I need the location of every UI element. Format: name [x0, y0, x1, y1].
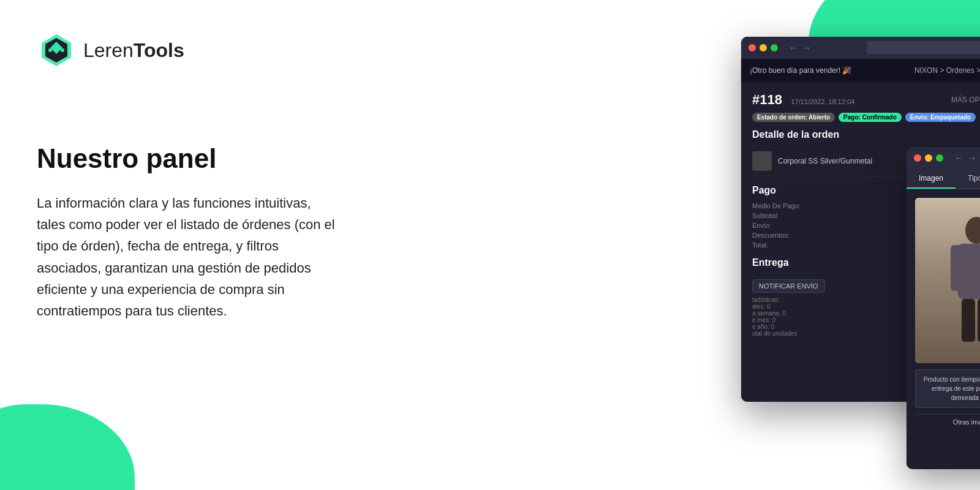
titlebar-dot-yellow[interactable]: [760, 44, 767, 51]
product-image-container: 10 días de demo...: [915, 198, 980, 363]
product-description-box: Producto con tiempo de fabricación. La e…: [915, 369, 980, 408]
browser-main-titlebar: ← → 🔍: [741, 37, 980, 59]
order-detail-title: Detalle de la orden: [752, 129, 980, 140]
app-topbar: ¡Otro buen día para vender! 🎉 NIXON > Or…: [741, 59, 980, 82]
notify-delivery-button[interactable]: NOTIFICAR ENVÍO: [752, 279, 825, 293]
browser-product-content: Imagen Tipo Tipo Con tiempo d...: [907, 169, 980, 469]
nav-back-arrow[interactable]: ←: [789, 43, 797, 53]
product-titlebar-dot-yellow[interactable]: [925, 154, 932, 162]
badge-estado: Estado de orden: Abierto: [752, 113, 835, 122]
logo-text: LerenTools: [83, 39, 184, 62]
browser-nav: ← →: [789, 43, 811, 53]
svg-point-3: [61, 48, 64, 52]
order-more-options[interactable]: MÁS OPCIONES ⋮: [951, 96, 980, 104]
logo-name-part1: Leren: [83, 39, 134, 61]
badge-envio: Envío: Empaquetado: [905, 113, 976, 122]
product-silhouette: [940, 213, 980, 348]
titlebar-dot-green[interactable]: [771, 44, 778, 51]
svg-point-4: [965, 217, 980, 244]
product-thumbnail: [752, 151, 772, 171]
order-number: #118: [752, 92, 782, 107]
payment-label-total: Total:: [752, 241, 768, 249]
badge-pago: Pago: Confirmado: [839, 113, 902, 122]
svg-rect-8: [962, 299, 975, 342]
svg-point-2: [48, 48, 52, 52]
order-number-row: #118 17/11/2022, 18:12:04 MÁS OPCIONES ⋮: [752, 92, 980, 108]
order-badges: Estado de orden: Abierto Pago: Confirmad…: [752, 113, 980, 122]
tab-tipo[interactable]: Tipo: [956, 169, 980, 189]
other-images-label: Otras imagenes: [915, 414, 980, 429]
address-bar[interactable]: [867, 41, 980, 55]
hero-description: La información clara y las funciones int…: [37, 192, 343, 322]
hero-heading: Nuestro panel: [37, 143, 343, 174]
product-browser-nav: ← →: [954, 153, 976, 163]
product-titlebar-dot-red[interactable]: [914, 154, 921, 162]
product-image-column: 10 días de demo... Producto con tiempo d…: [907, 189, 980, 469]
payment-label-descuentos: Descuentos:: [752, 232, 790, 239]
svg-rect-6: [951, 245, 962, 291]
order-date: 17/11/2022, 18:12:04: [791, 98, 854, 105]
tab-imagen[interactable]: Imagen: [907, 169, 956, 189]
logo-name-part2: Tools: [134, 39, 184, 61]
logo-area: LerenTools: [37, 31, 343, 70]
right-section: ← → 🔍 ¡Otro buen día para vender! 🎉 NIXO…: [368, 0, 980, 490]
titlebar-dot-red[interactable]: [748, 44, 756, 51]
payment-label-medio: Medio De Pago:: [752, 202, 801, 209]
left-section: LerenTools Nuestro panel La información …: [0, 0, 380, 490]
payment-label-envio: Envío:: [752, 222, 771, 229]
logo-icon: [37, 31, 76, 70]
order-number-group: #118 17/11/2022, 18:12:04: [752, 92, 854, 108]
browser-product-window: ← → 🔍 Imagen Tipo Tipo Con tiempo d...: [907, 147, 980, 469]
product-nav-forward-arrow[interactable]: →: [968, 153, 976, 163]
svg-rect-9: [978, 299, 980, 342]
topbar-breadcrumb: NIXON > Ordenes > Detalle de Orden: [914, 66, 980, 75]
product-panel-body: 10 días de demo... Producto con tiempo d…: [907, 189, 980, 469]
browser-product-titlebar: ← → 🔍: [907, 147, 980, 169]
topbar-greeting: ¡Otro buen día para vender! 🎉: [750, 66, 908, 75]
nav-forward-arrow[interactable]: →: [802, 43, 811, 53]
product-titlebar-dot-green[interactable]: [936, 154, 943, 162]
product-nav-back-arrow[interactable]: ←: [954, 153, 963, 163]
product-image: 10 días de demo...: [915, 198, 980, 363]
payment-label-subtotal: Subtotal:: [752, 212, 778, 219]
product-panel-header: Imagen Tipo Tipo Con tiempo d...: [907, 169, 980, 189]
